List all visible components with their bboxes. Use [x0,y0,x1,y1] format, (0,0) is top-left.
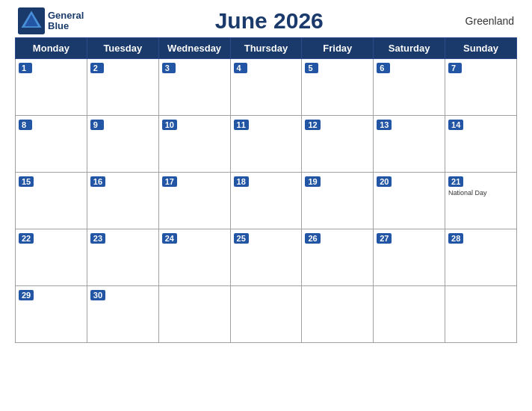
calendar-cell: 8 [16,116,87,173]
calendar-cell: 13 [374,116,445,173]
calendar-cell: 23 [87,229,158,286]
day-number: 5 [305,63,318,73]
calendar-cell: 9 [87,116,158,173]
header-tuesday: Tuesday [87,38,158,59]
day-number: 17 [162,176,177,187]
header-sunday: Sunday [445,38,517,59]
header-wednesday: Wednesday [158,38,230,59]
calendar-cell: 3 [158,59,230,116]
day-number: 16 [90,176,105,187]
header-friday: Friday [302,38,374,59]
calendar-cell: 2 [87,59,158,116]
day-number: 14 [448,120,463,130]
calendar-header: General Blue June 2026 Greenland [15,7,517,34]
header-thursday: Thursday [230,38,302,59]
calendar-cell: 12 [302,116,374,173]
day-number: 13 [377,120,392,130]
calendar-cell: 25 [230,229,302,286]
day-number: 29 [19,290,34,300]
day-number: 27 [377,233,392,244]
day-number: 18 [234,176,249,187]
calendar-cell: 28 [445,229,517,286]
calendar-cell [302,286,374,343]
calendar-cell: 18 [230,173,302,229]
calendar-cell [374,286,445,343]
day-number: 10 [162,120,177,130]
region-label: Greenland [454,15,514,27]
holiday-label: National Day [448,189,513,197]
calendar-cell: 5 [302,59,374,116]
calendar-cell [230,286,302,343]
calendar-cell: 22 [16,229,87,286]
day-number: 1 [19,63,32,73]
calendar-cell: 21National Day [445,173,517,229]
day-number: 30 [90,290,105,300]
calendar-cell [158,286,230,343]
calendar-week-row: 891011121314 [16,116,517,173]
day-number: 3 [162,63,176,73]
day-number: 4 [234,63,247,73]
logo: General Blue [18,7,84,34]
calendar-cell: 11 [230,116,302,173]
day-number: 26 [305,233,320,244]
calendar-cell: 26 [302,229,374,286]
calendar-cell: 17 [158,173,230,229]
day-number: 24 [162,233,177,244]
calendar-cell: 19 [302,173,374,229]
calendar-cell: 20 [374,173,445,229]
calendar-cell [445,286,517,343]
calendar-cell: 1 [16,59,87,116]
day-number: 8 [19,120,32,130]
calendar-cell: 16 [87,173,158,229]
header-monday: Monday [16,38,87,59]
calendar-cell: 6 [374,59,445,116]
logo-icon [18,7,45,34]
calendar-cell: 27 [374,229,445,286]
calendar-cell: 14 [445,116,517,173]
calendar-week-row: 22232425262728 [16,229,517,286]
day-number: 11 [234,120,249,130]
day-number: 12 [305,120,320,130]
day-number: 21 [448,176,463,187]
calendar-cell: 4 [230,59,302,116]
calendar-week-row: 15161718192021National Day [16,173,517,229]
day-number: 9 [90,120,104,130]
day-number: 20 [377,176,392,187]
calendar-cell: 29 [16,286,87,343]
day-number: 22 [19,233,34,244]
day-number: 25 [234,233,249,244]
day-number: 19 [305,176,320,187]
day-number: 2 [90,63,104,73]
day-number: 7 [448,63,462,73]
header-saturday: Saturday [374,38,445,59]
calendar-table: Monday Tuesday Wednesday Thursday Friday… [15,37,517,343]
calendar-week-row: 2930 [16,286,517,343]
day-number: 28 [448,233,463,244]
calendar-cell: 24 [158,229,230,286]
calendar-week-row: 1234567 [16,59,517,116]
calendar-cell: 15 [16,173,87,229]
day-number: 23 [90,233,105,244]
calendar-cell: 7 [445,59,517,116]
calendar-cell: 10 [158,116,230,173]
logo-text: General Blue [48,10,84,32]
weekday-header-row: Monday Tuesday Wednesday Thursday Friday… [16,38,517,59]
calendar-title: June 2026 [84,8,454,34]
day-number: 15 [19,176,34,187]
day-number: 6 [377,63,390,73]
calendar-cell: 30 [87,286,158,343]
